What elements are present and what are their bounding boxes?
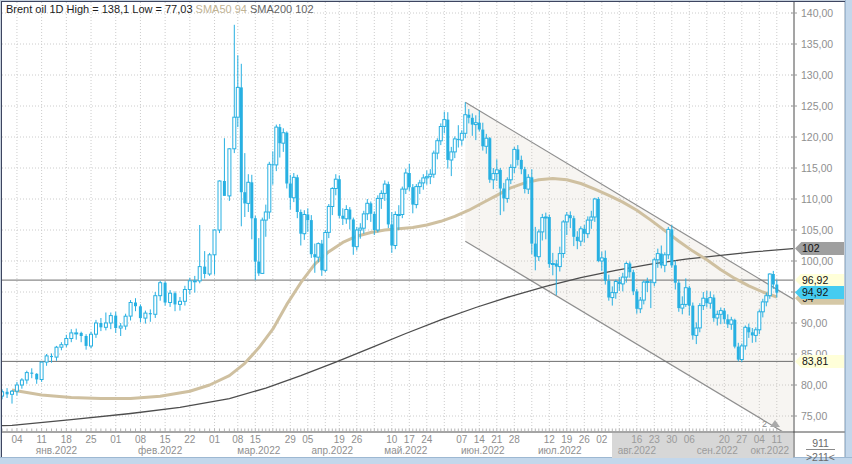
- candle-body-down: [278, 127, 281, 143]
- date-axis[interactable]: 0411182501081522010815290519261017240714…: [2, 433, 793, 458]
- candle-body-up: [495, 170, 498, 174]
- candle-body-up: [698, 306, 701, 328]
- candle-body-up: [758, 312, 761, 330]
- date-tick-label: 25: [85, 434, 96, 445]
- candle-body-down: [352, 220, 355, 247]
- candle-body-down: [285, 133, 288, 184]
- candle-body-down: [387, 184, 390, 224]
- candle-body-up: [768, 274, 771, 296]
- candle-body-down: [289, 184, 292, 198]
- candle-body-up: [436, 141, 439, 153]
- candle-body-up: [119, 326, 122, 328]
- candle-body-up: [590, 217, 593, 220]
- date-tick-label: 14: [474, 434, 485, 445]
- candle-body-down: [572, 218, 575, 237]
- candle-body-up: [709, 298, 712, 304]
- candle-body-down: [139, 306, 142, 318]
- candle-body-up: [275, 127, 278, 165]
- candle-body-up: [65, 339, 68, 345]
- date-tick-label: 01: [110, 434, 121, 445]
- candle-body-down: [30, 373, 33, 374]
- candle-body-up: [656, 254, 659, 260]
- candle-body-up: [397, 215, 400, 216]
- candle-body-up: [198, 267, 201, 281]
- candle-body-down: [149, 313, 152, 314]
- level-marker[interactable]: 83,81: [795, 355, 844, 368]
- month-label: май.2022: [384, 445, 427, 456]
- candle-body-up: [394, 215, 397, 246]
- sma200-value-marker[interactable]: 102: [795, 242, 844, 255]
- date-tick-label: 04: [754, 434, 765, 445]
- candle-body-down: [618, 282, 621, 285]
- date-tick-label: 12: [544, 434, 555, 445]
- candle-body-down: [733, 320, 736, 347]
- candle-body-up: [509, 167, 512, 179]
- candle-body-up: [485, 138, 488, 146]
- candle-body-down: [677, 283, 680, 308]
- level-marker[interactable]: 96,92: [795, 274, 844, 287]
- date-tick-label: 16: [631, 434, 642, 445]
- candle-body-down: [174, 293, 177, 304]
- candle-body-down: [203, 267, 206, 274]
- price-tick-label: 130,00: [801, 69, 845, 81]
- candle-body-up: [282, 133, 285, 144]
- price-axis[interactable]: 140,00135,00130,00125,00120,00115,00110,…: [796, 2, 845, 431]
- candle-body-up: [144, 313, 147, 318]
- candle-body-up: [401, 189, 404, 214]
- date-tick-label: 10: [386, 434, 397, 445]
- candle-body-up: [432, 153, 435, 174]
- window-resize-border[interactable]: [845, 0, 852, 464]
- candle-body-up: [537, 232, 540, 257]
- trendline-anchor-marker[interactable]: 2: [762, 419, 780, 429]
- instrument-title: Brent oil 1D High = 138,1 Low = 77,03: [6, 3, 193, 15]
- candle-body-up: [565, 215, 568, 222]
- chart-canvas[interactable]: [0, 0, 852, 464]
- candle-body-down: [737, 347, 740, 360]
- window-resize-border[interactable]: [0, 457, 852, 464]
- current-price-marker[interactable]: 94,92: [795, 286, 844, 299]
- month-label: сен.2022: [697, 445, 738, 456]
- candle-body-up: [439, 127, 442, 141]
- candle-body-down: [723, 311, 726, 320]
- date-tick-label: 15: [250, 434, 261, 445]
- candle-body-up: [236, 87, 239, 117]
- candle-body-down: [6, 392, 9, 395]
- candle-body-down: [660, 254, 663, 266]
- candle-body-up: [45, 356, 48, 362]
- candle-body-up: [450, 152, 453, 160]
- candle-body-up: [179, 301, 182, 304]
- price-tick-label: 80,00: [801, 379, 845, 391]
- candle-body-up: [443, 120, 446, 127]
- candle-body-up: [586, 220, 589, 234]
- candle-body-up: [213, 230, 216, 255]
- date-tick-label: 22: [184, 434, 195, 445]
- candle-body-up: [684, 288, 687, 305]
- bar-counter-cell: 911 >211<: [796, 433, 845, 458]
- candle-body-up: [15, 385, 18, 391]
- candle-body-up: [667, 229, 670, 254]
- candle-body-down: [310, 220, 313, 254]
- candle-body-up: [663, 255, 666, 265]
- candle-body-up: [376, 198, 379, 230]
- date-tick-label: 28: [509, 434, 520, 445]
- candle-body-down: [35, 374, 38, 380]
- candle-body-up: [95, 323, 98, 334]
- candle-body-down: [254, 218, 257, 261]
- candle-body-down: [250, 182, 253, 218]
- date-tick-label: 08: [135, 434, 146, 445]
- candle-body-down: [523, 169, 526, 189]
- candle-body-down: [306, 215, 309, 221]
- candle-body-up: [383, 184, 386, 193]
- date-tick-label: 24: [421, 434, 432, 445]
- bar-count: 911: [806, 437, 835, 450]
- candle-body-up: [625, 264, 628, 278]
- candle-body-up: [228, 149, 231, 196]
- candle-body-down: [583, 229, 586, 234]
- candle-body-up: [695, 328, 698, 335]
- frame-edge: [1, 1, 2, 457]
- candle-body-up: [646, 282, 649, 283]
- candle-body-up: [218, 181, 221, 230]
- candle-body-up: [527, 177, 530, 189]
- candle-body-down: [134, 303, 137, 307]
- month-label: окт.2022: [751, 445, 790, 456]
